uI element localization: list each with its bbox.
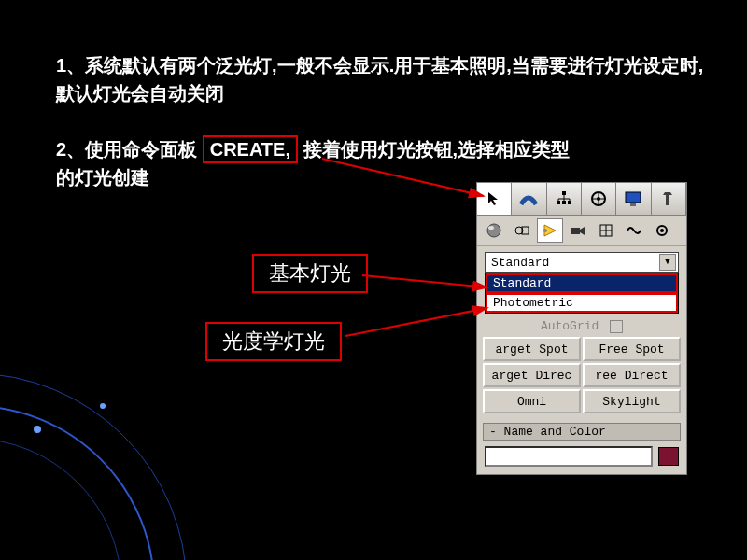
light-type-dropdown[interactable]: Standard ▼ Standard Photometric — [485, 252, 679, 314]
hierarchy-tab[interactable] — [547, 183, 582, 215]
callout-basic-light: 基本灯光 — [252, 254, 368, 293]
svg-point-28 — [34, 426, 41, 433]
target-spot-button[interactable]: arget Spot — [483, 337, 581, 361]
svg-rect-1 — [557, 201, 560, 204]
decorative-arcs — [0, 355, 205, 560]
svg-rect-3 — [568, 201, 571, 204]
hammer-icon — [659, 189, 678, 208]
shapes-icon — [514, 222, 530, 239]
display-tab[interactable] — [616, 183, 651, 215]
skylight-button[interactable]: Skylight — [583, 389, 681, 413]
svg-point-20 — [660, 229, 664, 232]
sphere-icon — [486, 222, 502, 239]
svg-rect-0 — [562, 191, 566, 195]
slide: 1、系统默认有两个泛光灯,一般不会显示.用于基本照明,当需要进行灯光设定时,默认… — [0, 0, 747, 560]
monitor-icon — [624, 189, 642, 208]
dropdown-list: Standard Photometric — [485, 273, 679, 314]
svg-point-10 — [487, 224, 500, 237]
svg-rect-15 — [571, 228, 580, 234]
svg-rect-9 — [630, 203, 636, 206]
create-tab[interactable] — [477, 183, 512, 215]
arrow-cursor-icon — [486, 190, 502, 207]
object-color-swatch[interactable] — [658, 447, 679, 466]
free-spot-button[interactable]: Free Spot — [583, 337, 681, 361]
camera-icon — [570, 222, 586, 239]
cameras-subtab[interactable] — [565, 218, 591, 243]
panel-subcategory-row — [477, 216, 686, 246]
helpers-icon — [598, 222, 614, 239]
gear-icon — [654, 222, 670, 239]
svg-rect-2 — [562, 201, 566, 204]
light-buttons-grid: arget Spot Free Spot arget Direc ree Dir… — [477, 337, 686, 419]
command-panel: Standard ▼ Standard Photometric AutoGrid… — [476, 182, 687, 475]
hierarchy-icon — [555, 189, 573, 208]
panel-main-tabs — [477, 183, 686, 216]
paragraph-1: 1、系统默认有两个泛光灯,一般不会显示.用于基本照明,当需要进行灯光设定时,默认… — [56, 51, 710, 107]
create-highlight-box: CREATE, — [203, 135, 298, 163]
dropdown-value: Standard — [491, 256, 549, 270]
arc-icon — [519, 189, 538, 208]
svg-point-29 — [100, 403, 106, 409]
shapes-subtab[interactable] — [509, 218, 535, 243]
name-color-row — [477, 442, 686, 474]
svg-rect-8 — [626, 192, 641, 203]
svg-point-14 — [543, 229, 547, 232]
light-icon — [542, 222, 558, 239]
target-direct-button[interactable]: arget Direc — [483, 363, 581, 387]
omni-button[interactable]: Omni — [483, 389, 581, 413]
dropdown-option-standard[interactable]: Standard — [486, 273, 678, 293]
motion-tab[interactable] — [582, 183, 616, 215]
autogrid-row: AutoGrid — [477, 317, 686, 337]
svg-line-23 — [345, 308, 487, 336]
object-name-field[interactable] — [485, 446, 653, 467]
geometry-subtab[interactable] — [481, 218, 507, 243]
svg-point-26 — [0, 439, 121, 560]
modify-tab[interactable] — [512, 183, 546, 215]
svg-point-24 — [0, 373, 187, 560]
name-and-color-rollout[interactable]: - Name and Color — [483, 423, 681, 441]
spacewarps-subtab[interactable] — [621, 218, 647, 243]
utilities-tab[interactable] — [652, 183, 686, 215]
lights-subtab[interactable] — [537, 218, 563, 243]
helpers-subtab[interactable] — [593, 218, 619, 243]
svg-point-25 — [0, 406, 154, 560]
autogrid-label: AutoGrid — [541, 319, 599, 333]
svg-point-11 — [488, 226, 494, 230]
dropdown-option-photometric[interactable]: Photometric — [486, 293, 678, 313]
svg-line-22 — [362, 275, 487, 287]
callout-photometric-light: 光度学灯光 — [205, 322, 342, 361]
wheel-icon — [589, 189, 608, 208]
autogrid-checkbox[interactable] — [610, 320, 623, 333]
systems-subtab[interactable] — [649, 218, 675, 243]
spacewarp-icon — [626, 222, 642, 239]
free-direct-button[interactable]: ree Direct — [583, 363, 681, 387]
dropdown-field[interactable]: Standard ▼ — [485, 252, 679, 273]
p2-before: 2、使用命令面板 — [56, 139, 203, 160]
svg-point-27 — [0, 476, 84, 560]
chevron-down-icon[interactable]: ▼ — [659, 254, 676, 271]
